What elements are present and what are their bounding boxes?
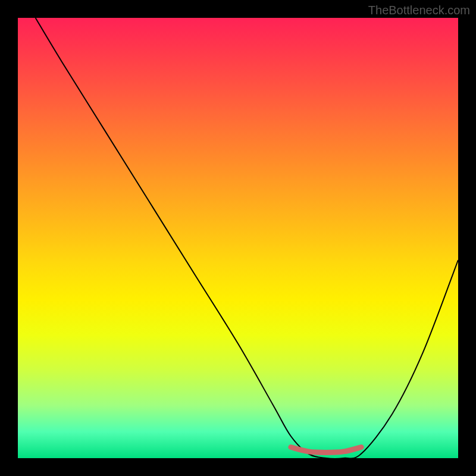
watermark-text: TheBottleneck.com — [368, 4, 470, 17]
minimum-marker — [291, 447, 361, 453]
plot-area — [18, 18, 458, 458]
chart-container: TheBottleneck.com — [0, 0, 476, 476]
bottleneck-curve — [36, 18, 458, 458]
curve-svg — [18, 18, 458, 458]
